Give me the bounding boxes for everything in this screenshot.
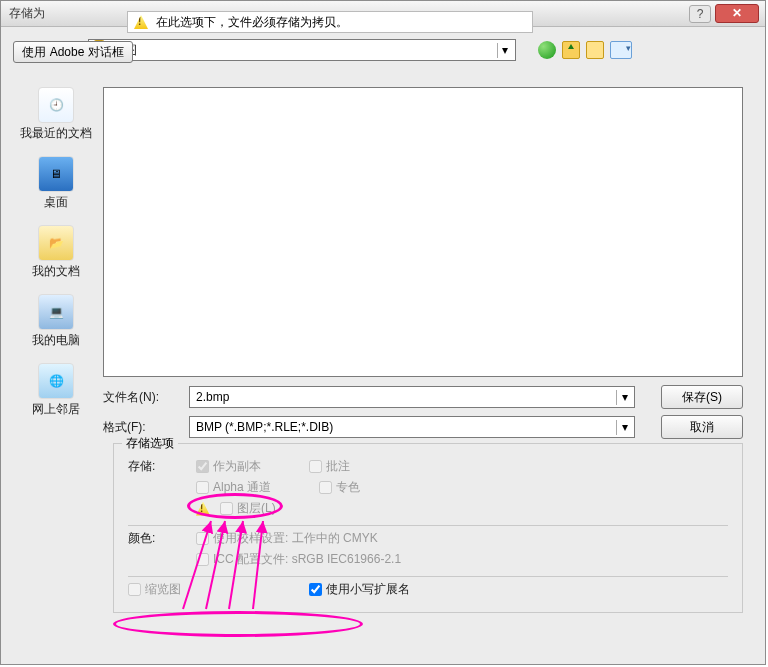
spot-color-checkbox: 专色	[319, 479, 360, 496]
file-list[interactable]	[103, 87, 743, 377]
filename-combo[interactable]: 2.bmp ▾	[189, 386, 635, 408]
save-in-combo[interactable]: 微图 ▾	[88, 39, 516, 61]
format-value: BMP (*.BMP;*.RLE;*.DIB)	[196, 420, 333, 434]
icc-profile-checkbox: ICC 配置文件: sRGB IEC61966-2.1	[196, 551, 401, 568]
chevron-down-icon[interactable]: ▾	[616, 420, 632, 435]
places-bar: 🕘 我最近的文档 🖥 桌面 📂 我的文档 💻 我的电脑 🌐 网上邻居	[19, 87, 93, 418]
status-message: 在此选项下，文件必须存储为拷贝。	[127, 11, 533, 33]
titlebar-title: 存储为	[9, 5, 45, 22]
nav-up-icon[interactable]	[562, 41, 580, 59]
my-documents-icon: 📂	[38, 225, 74, 261]
filename-value: 2.bmp	[196, 390, 229, 404]
save-button[interactable]: 保存(S)	[661, 385, 743, 409]
save-options-group: 存储选项 存储: 作为副本 批注 Alpha 通道 专色 图层(L) 颜色: 使…	[113, 443, 743, 613]
close-button[interactable]: ✕	[715, 4, 759, 23]
format-combo[interactable]: BMP (*.BMP;*.RLE;*.DIB) ▾	[189, 416, 635, 438]
thumbnail-checkbox: 缩览图	[128, 581, 181, 598]
warning-icon	[196, 502, 210, 516]
chevron-down-icon[interactable]: ▾	[497, 43, 513, 58]
proof-setup-checkbox: 使用校样设置: 工作中的 CMYK	[196, 530, 378, 547]
nav-newfolder-icon[interactable]	[586, 41, 604, 59]
warning-icon	[134, 15, 148, 29]
place-network[interactable]: 🌐 网上邻居	[32, 363, 80, 418]
as-copy-checkbox: 作为副本	[196, 458, 261, 475]
layers-checkbox: 图层(L)	[220, 500, 276, 517]
network-icon: 🌐	[38, 363, 74, 399]
cancel-button[interactable]: 取消	[661, 415, 743, 439]
save-sub-label: 存储:	[128, 458, 188, 475]
annotation-checkbox: 批注	[309, 458, 350, 475]
my-computer-icon: 💻	[38, 294, 74, 330]
color-sub-label: 颜色:	[128, 530, 188, 547]
desktop-icon: 🖥	[38, 156, 74, 192]
help-button[interactable]: ?	[689, 5, 711, 23]
lowercase-ext-checkbox[interactable]: 使用小写扩展名	[309, 581, 410, 598]
place-mydocs[interactable]: 📂 我的文档	[32, 225, 80, 280]
nav-view-icon[interactable]	[610, 41, 632, 59]
chevron-down-icon[interactable]: ▾	[616, 390, 632, 405]
filename-label: 文件名(N):	[103, 389, 181, 406]
use-adobe-dialog-button[interactable]: 使用 Adobe 对话框	[13, 41, 133, 63]
nav-back-icon[interactable]	[538, 41, 556, 59]
place-recent[interactable]: 🕘 我最近的文档	[20, 87, 92, 142]
annotation-ellipse	[113, 611, 363, 637]
alpha-channel-checkbox: Alpha 通道	[196, 479, 271, 496]
status-text: 在此选项下，文件必须存储为拷贝。	[156, 14, 348, 31]
format-label: 格式(F):	[103, 419, 181, 436]
group-title: 存储选项	[122, 435, 178, 452]
place-desktop[interactable]: 🖥 桌面	[38, 156, 74, 211]
place-mycomputer[interactable]: 💻 我的电脑	[32, 294, 80, 349]
recent-docs-icon: 🕘	[38, 87, 74, 123]
